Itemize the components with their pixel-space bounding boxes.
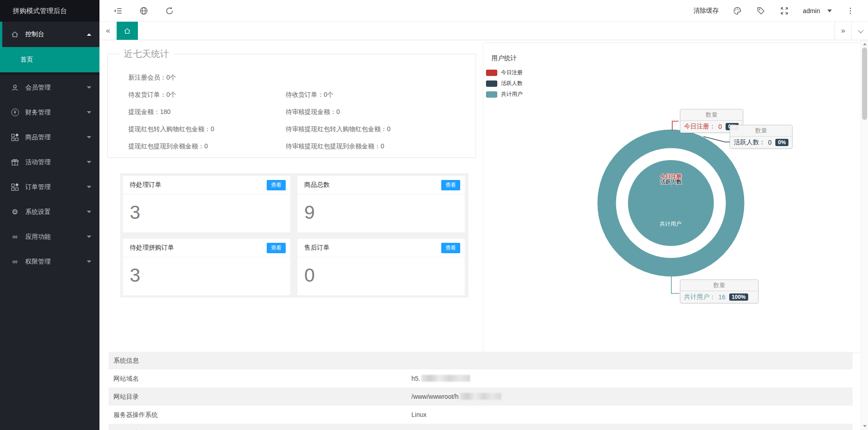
tabs-scroll-left-button[interactable]: « — [99, 22, 117, 40]
home-icon — [123, 27, 131, 35]
scroll-down-arrow-icon[interactable] — [863, 425, 867, 427]
chevron-down-icon — [87, 86, 91, 89]
yen-circle-icon: ¥ — [10, 108, 20, 117]
label-box-header: 数量 — [680, 280, 758, 291]
globe-icon[interactable] — [139, 6, 149, 16]
fullscreen-icon[interactable] — [779, 6, 789, 16]
summary-cards: 待处理订单 查看 3 商品总数 查看 9 待处理拼购订单 查看 3 售后订单 查… — [120, 173, 468, 298]
scrollbar[interactable] — [861, 40, 868, 430]
card-value: 9 — [297, 194, 465, 223]
row-value: Linux — [411, 406, 426, 424]
summary-card: 商品总数 查看 9 — [297, 176, 465, 232]
user-menu[interactable]: admin — [803, 7, 832, 14]
summary-card: 待处理订单 查看 3 — [123, 176, 290, 232]
stat-row: 提现红包提现到余额金额：0 待审核提现红包提现到余额金额：0 — [108, 137, 476, 155]
label-box-value: 16 — [718, 293, 726, 301]
view-button[interactable]: 查看 — [267, 243, 286, 253]
stat-row: 待发货订单：0个 待收货订单：0个 — [108, 86, 476, 103]
label-box-value: 0 — [768, 139, 772, 146]
sidebar-item-app-functions[interactable]: ∞ 应用功能 — [0, 224, 99, 249]
stat-row: 提现金额：180 待审核提现金额：0 — [108, 103, 476, 120]
row-value: /www/wwwroot/h — [411, 387, 501, 406]
theme-palette-icon[interactable] — [732, 6, 742, 16]
row-label: 服务器操作系统 — [108, 411, 158, 418]
table-row: 网站目录 /www/wwwroot/h — [108, 387, 853, 406]
chevron-down-icon — [87, 236, 91, 238]
chart-label-box-total: 数量 共计用户： 16 100% — [680, 279, 759, 303]
main-content: 近七天统计 新注册会员：0个 待发货订单：0个 待收货订单：0个 提现金额：18… — [99, 40, 861, 430]
percent-badge: 0% — [775, 139, 788, 146]
view-button[interactable]: 查看 — [441, 243, 460, 253]
link-icon: ∞ — [10, 232, 20, 241]
stat-item: 待审核提现红包转入购物红包金额：0 — [286, 120, 391, 137]
sidebar: 拼购模式管理后台 控制台 首页 会员管理 ¥ 财务管理 商品管理 — [0, 0, 99, 430]
username: admin — [803, 7, 820, 14]
stat-item: 待审核提现红包提现到余额金额：0 — [286, 137, 384, 155]
sidebar-item-home[interactable]: 首页 — [0, 47, 99, 72]
sidebar-item-settings[interactable]: ⚙ 系统设置 — [0, 199, 99, 224]
stat-row: 提现红包转入购物红包金额：0 待审核提现红包转入购物红包金额：0 — [108, 120, 476, 137]
tabs-menu-button[interactable] — [851, 22, 868, 40]
row-value: 443 — [411, 424, 422, 430]
stat-item: 提现红包提现到余额金额：0 — [128, 137, 208, 155]
clear-cache-button[interactable]: 清除缓存 — [693, 7, 719, 15]
card-title: 待处理拼购订单 — [130, 244, 267, 252]
sidebar-item-finance[interactable]: ¥ 财务管理 — [0, 100, 99, 125]
summary-card: 售后订单 查看 0 — [297, 239, 465, 295]
user-icon — [10, 83, 20, 92]
chevron-down-icon — [858, 27, 863, 33]
scrollbar-thumb[interactable] — [862, 47, 867, 120]
tag-icon[interactable] — [756, 6, 766, 16]
label-box-header: 数量 — [680, 109, 743, 121]
gear-icon: ⚙ — [10, 208, 20, 217]
chevron-down-icon — [827, 9, 832, 12]
table-header: 系统信息 — [108, 352, 853, 369]
inner-label-total: 共计用户 — [660, 220, 681, 228]
tab-home[interactable] — [117, 22, 138, 40]
component-icon — [10, 183, 20, 192]
card-title: 待处理订单 — [130, 181, 267, 189]
system-info-table: 系统信息 网站域名 h5. 网站目录 /www/wwwroot/h 服务器操作系… — [108, 352, 853, 430]
refresh-icon[interactable] — [165, 6, 175, 16]
table-row: 服务器端口 443 — [108, 424, 853, 430]
active-accent-bar — [0, 22, 2, 47]
more-options-icon[interactable] — [845, 6, 855, 16]
sidebar-item-activities[interactable]: 活动管理 — [0, 150, 99, 175]
row-value: h5. — [411, 369, 470, 387]
card-value: 3 — [123, 257, 290, 286]
view-button[interactable]: 查看 — [441, 180, 460, 190]
table-row: 网站域名 h5. — [108, 369, 853, 387]
redacted-block — [421, 375, 470, 382]
weekly-stats-panel: 近七天统计 新注册会员：0个 待发货订单：0个 待收货订单：0个 提现金额：18… — [107, 54, 476, 158]
view-button[interactable]: 查看 — [267, 180, 286, 190]
stat-item: 提现红包转入购物红包金额：0 — [128, 120, 214, 137]
collapse-sidebar-icon[interactable] — [113, 6, 123, 16]
row-label: 网站目录 — [108, 393, 139, 400]
tabs-scroll-right-button[interactable]: » — [835, 22, 851, 40]
chevron-down-icon — [87, 186, 91, 188]
chevron-up-icon — [87, 33, 91, 36]
sidebar-item-permissions[interactable]: ∞ 权限管理 — [0, 249, 99, 274]
label-box-value: 0 — [718, 123, 722, 130]
stat-item: 待发货订单：0个 — [128, 86, 176, 103]
tabbar-spacer — [138, 22, 835, 40]
donut-chart[interactable] — [483, 43, 861, 353]
home-icon — [10, 30, 20, 39]
inner-label-active: 活跃人数 — [660, 178, 682, 186]
app-title: 拼购模式管理后台 — [0, 0, 99, 22]
stat-row: 新注册会员：0个 — [108, 69, 476, 86]
sidebar-item-console[interactable]: 控制台 — [0, 22, 99, 47]
stat-item: 待收货订单：0个 — [286, 86, 334, 103]
sidebar-item-members[interactable]: 会员管理 — [0, 75, 99, 100]
scroll-up-arrow-icon[interactable] — [863, 43, 867, 45]
chart-label-box-active: 数量 活跃人数： 0 0% — [730, 125, 793, 149]
row-label: 网站域名 — [108, 375, 139, 382]
card-value: 3 — [123, 194, 290, 223]
tab-bar: « » — [99, 22, 868, 40]
table-row: 服务器操作系统 Linux — [108, 406, 853, 424]
sidebar-item-products[interactable]: 商品管理 — [0, 125, 99, 150]
sidebar-item-orders[interactable]: 订单管理 — [0, 175, 99, 199]
chevron-down-icon — [87, 136, 91, 138]
card-value: 0 — [297, 257, 465, 286]
gift-icon — [10, 158, 20, 167]
